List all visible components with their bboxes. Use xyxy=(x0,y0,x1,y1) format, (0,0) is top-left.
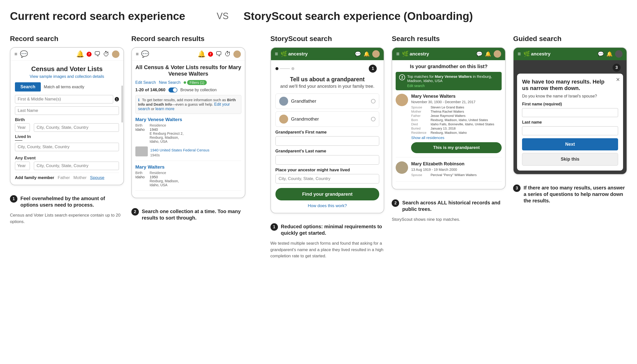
new-search-link[interactable]: New Search xyxy=(159,80,181,85)
skip-button[interactable]: Skip this xyxy=(522,153,618,166)
info-icon: ℹ xyxy=(138,98,140,102)
grandmother-radio[interactable] xyxy=(371,117,376,121)
hamburger-icon-2[interactable]: ≡ xyxy=(136,51,139,57)
birth-city-input[interactable] xyxy=(34,123,119,132)
ancestry-text: ancestry xyxy=(288,51,307,57)
or-text: or xyxy=(151,107,154,111)
bell-icon-5: 🔔 xyxy=(606,51,613,57)
grandmother-option[interactable]: Grandmother xyxy=(275,112,380,127)
ham-icon-3[interactable]: ≡ xyxy=(275,51,278,57)
last-name-input[interactable] xyxy=(15,106,119,115)
how-does-this-work-link[interactable]: How does this work? xyxy=(275,204,380,208)
birth-label: Birth xyxy=(15,117,119,122)
r1-born: Born Rexburg, Madison, Idaho, United Sta… xyxy=(411,118,502,122)
last-name-label-3: Grandparent's Last name xyxy=(275,149,380,154)
nav-icons-right-5: 💬 🔔 xyxy=(598,50,622,58)
edit-search-link-4[interactable]: Edit search xyxy=(407,84,498,88)
ancestry-text-5: ancestry xyxy=(531,51,550,57)
search-button[interactable]: Search xyxy=(15,82,41,92)
spouse-link[interactable]: Spouse xyxy=(90,175,105,180)
avatar[interactable] xyxy=(112,50,119,58)
result2-name[interactable]: Mary Walters xyxy=(135,164,241,170)
grandmother-label: Grandmother xyxy=(291,116,371,122)
next-button[interactable]: Next xyxy=(522,138,618,150)
ancestry-logo: 🌿 ancestry xyxy=(280,51,307,57)
col-record-results: Record search results ≡ 💬 🔔 7 🗨 ⏱ All Ce… xyxy=(131,35,245,225)
grandfather-radio[interactable] xyxy=(371,99,376,104)
bell-icon-4: 🔔 xyxy=(485,51,491,57)
col-guided-search: Guided search ≡ 🌿 ancestry 💬 🔔 3 xyxy=(513,35,627,208)
guided-first-name-input[interactable] xyxy=(522,108,618,117)
event-year-input[interactable] xyxy=(15,162,30,170)
first-name-input[interactable] xyxy=(15,95,113,104)
edit-search-link[interactable]: Edit Search xyxy=(135,80,156,85)
record-search-body: Census and Voter Lists View sample image… xyxy=(11,61,123,185)
top-matches-label: Top matches for xyxy=(407,74,434,78)
page-header: Current record search experience VS Stor… xyxy=(10,10,627,22)
gp-first-name-input[interactable] xyxy=(275,136,380,146)
close-button[interactable]: ✕ xyxy=(616,76,620,82)
view-sample-link[interactable]: View sample images and collection detail… xyxy=(15,74,119,79)
r2-name[interactable]: Mary Elizabeth Robinson xyxy=(411,161,502,166)
avatar-4[interactable] xyxy=(494,50,501,58)
browse-toggle[interactable] xyxy=(168,88,177,92)
avatar-5[interactable] xyxy=(615,50,622,58)
result1-residence: Residence 1940 E Rexburg Precinct 2,Rexb… xyxy=(150,123,183,144)
result1-name[interactable]: Mary Venese Walters xyxy=(135,117,241,122)
col4-desc: 2 Search across ALL historical records a… xyxy=(392,200,506,223)
desc-sub-1: Census and Voter Lists search experience… xyxy=(10,212,124,225)
bell-icon-3: 🔔 xyxy=(364,51,370,57)
grandfather-label: Grandfather xyxy=(291,98,371,104)
lived-in-city-input[interactable] xyxy=(15,143,119,151)
result2-birth: Birth Idaho xyxy=(135,171,145,187)
message-icon-2: 🗨 xyxy=(215,50,222,58)
nav-icons-right-2: 🔔 7 🗨 ⏱ xyxy=(198,50,241,58)
r1-residence-key: Residence xyxy=(411,131,429,134)
step-badge-5: 3 xyxy=(613,64,620,72)
ham-icon-4[interactable]: ≡ xyxy=(396,51,399,57)
birth-year-input[interactable] xyxy=(15,123,30,132)
info-box: ℹ To get better results, add more inform… xyxy=(135,95,241,114)
show-all-link[interactable]: Show all residences xyxy=(411,136,502,140)
message-icon: 🗨 xyxy=(94,50,101,58)
col2-title: Record search results xyxy=(131,35,245,43)
col3-title: StoryScout search xyxy=(270,35,385,43)
last-name-group xyxy=(15,106,119,115)
filters-badge[interactable]: Filters (1) xyxy=(187,80,207,85)
gp-last-name-input[interactable] xyxy=(275,155,380,164)
result1-record-link[interactable]: 1940 United States Federal Census xyxy=(150,148,209,152)
desc-sub-3: We tested multiple search forms and foun… xyxy=(270,240,385,259)
r1-residence-val: Rexburg, Madison, Idaho xyxy=(431,131,467,134)
col1-desc: 1 Feel overwhelmed by the amount of opti… xyxy=(10,195,124,225)
event-city-input[interactable] xyxy=(34,162,119,170)
gp-place-input[interactable] xyxy=(275,174,380,184)
avatar-3[interactable] xyxy=(372,50,380,58)
scrollbar[interactable] xyxy=(121,86,123,123)
leaf-icon-5: 🌿 xyxy=(523,51,530,57)
father-link[interactable]: Father xyxy=(58,175,70,180)
leaf-icon: 🌿 xyxy=(280,51,287,57)
grandfather-option[interactable]: Grandfather xyxy=(275,94,380,109)
step-badge-3: 1 xyxy=(369,65,377,72)
hamburger-icon[interactable]: ≡ xyxy=(15,51,18,57)
step-dot-inactive xyxy=(291,67,294,70)
desc-text-3: Reduced options: minimal requirements to… xyxy=(281,223,385,238)
ham-icon-5[interactable]: ≡ xyxy=(518,51,521,57)
columns-container: Record search ≡ 💬 🔔 7 🗨 ⏱ Census and Vot… xyxy=(10,35,627,259)
storyscout-nav: ≡ 🌿 ancestry 💬 🔔 xyxy=(271,48,384,60)
guided-last-name-input[interactable] xyxy=(522,126,618,135)
desc-badge-3: 1 xyxy=(270,223,278,231)
r1-mother-val: Thelma Rachel Walters xyxy=(431,110,464,114)
desc-badge-1: 1 xyxy=(10,195,18,203)
mother-link[interactable]: Mother xyxy=(73,175,87,180)
desc-number-row-2: 2 Search one collection at a time. Too m… xyxy=(131,208,245,222)
desc-badge-2: 2 xyxy=(131,208,139,216)
guided-title: We have too many results. Help us narrow… xyxy=(522,78,618,92)
lived-in-label: Lived In xyxy=(15,134,119,139)
notification-badge-2: 7 xyxy=(208,52,213,57)
find-grandparent-btn[interactable]: Find your grandparent xyxy=(275,188,380,200)
learn-more-link[interactable]: learn more xyxy=(156,107,174,111)
r1-name[interactable]: Mary Venese Walters xyxy=(411,94,502,99)
my-grandparent-btn[interactable]: This is my grandparent xyxy=(411,142,502,153)
avatar-2[interactable] xyxy=(233,50,241,58)
